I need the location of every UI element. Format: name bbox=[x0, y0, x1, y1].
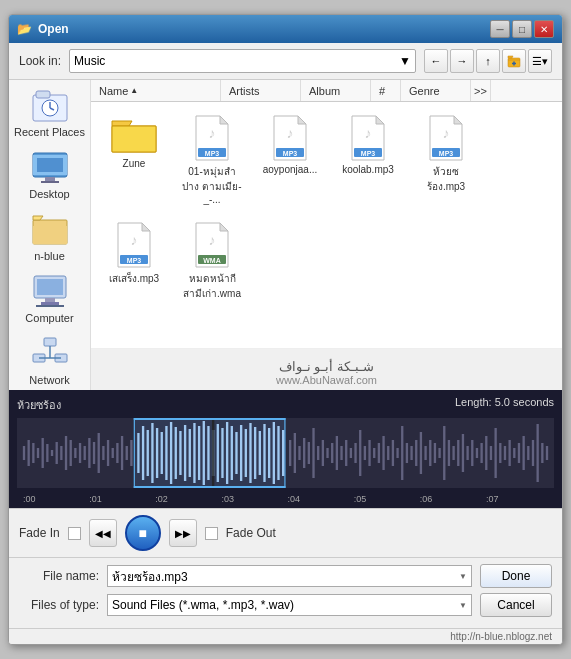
col-album[interactable]: Album bbox=[301, 80, 371, 101]
svg-rect-77 bbox=[151, 423, 153, 483]
col-genre[interactable]: Genre bbox=[401, 80, 471, 101]
svg-rect-119 bbox=[345, 440, 347, 466]
svg-rect-70 bbox=[130, 440, 132, 466]
svg-rect-83 bbox=[179, 431, 181, 475]
fade-out-label: Fade Out bbox=[226, 526, 276, 540]
file-item-zune[interactable]: Zune bbox=[99, 110, 169, 209]
maximize-button[interactable]: □ bbox=[512, 20, 532, 38]
svg-rect-91 bbox=[217, 424, 219, 482]
svg-rect-27 bbox=[112, 126, 156, 152]
stop-button[interactable]: ■ bbox=[125, 515, 161, 551]
minimize-button[interactable]: ─ bbox=[490, 20, 510, 38]
svg-rect-86 bbox=[193, 423, 195, 483]
sidebar-item-desktop[interactable]: Desktop bbox=[12, 146, 88, 204]
waveform-filename: ห้วยซร้อง bbox=[17, 396, 61, 414]
svg-rect-158 bbox=[527, 446, 529, 460]
svg-rect-163 bbox=[134, 418, 286, 420]
main-area: Recent Places Desktop bbox=[9, 80, 562, 390]
filename-input[interactable]: ห้วยซร้อง.mp3 ▼ bbox=[107, 565, 472, 587]
filename-value: ห้วยซร้อง.mp3 bbox=[112, 567, 188, 586]
svg-rect-155 bbox=[513, 448, 515, 458]
titlebar: 📂 Open ─ □ ✕ bbox=[9, 15, 562, 43]
svg-rect-130 bbox=[396, 448, 398, 458]
svg-rect-59 bbox=[79, 443, 81, 463]
rewind-button[interactable]: ◀◀ bbox=[89, 519, 117, 547]
svg-rect-145 bbox=[466, 446, 468, 460]
svg-rect-57 bbox=[70, 440, 72, 466]
svg-rect-56 bbox=[65, 436, 67, 470]
toolbar-nav-icons: ← → ↑ ☰▾ bbox=[424, 49, 552, 73]
svg-rect-64 bbox=[102, 446, 104, 460]
view-menu-button[interactable]: ☰▾ bbox=[528, 49, 552, 73]
waveform-timeline: :00 :01 :02 :03 :04 :05 :06 :07 bbox=[17, 490, 554, 508]
svg-rect-11 bbox=[37, 158, 63, 172]
waveform-container[interactable] bbox=[17, 418, 554, 488]
svg-text:♪: ♪ bbox=[443, 125, 450, 141]
dialog-title-icon: 📂 bbox=[17, 22, 32, 36]
svg-rect-138 bbox=[434, 443, 436, 463]
done-button[interactable]: Done bbox=[480, 564, 552, 588]
nav-forward-button[interactable]: → bbox=[450, 49, 474, 73]
svg-rect-5 bbox=[36, 91, 50, 98]
create-folder-button[interactable] bbox=[502, 49, 526, 73]
fade-out-checkbox[interactable] bbox=[205, 527, 218, 540]
forward-button[interactable]: ▶▶ bbox=[169, 519, 197, 547]
svg-text:MP3: MP3 bbox=[205, 150, 220, 157]
svg-rect-133 bbox=[410, 446, 412, 460]
svg-rect-69 bbox=[126, 446, 128, 460]
sidebar-item-computer[interactable]: Computer bbox=[12, 270, 88, 328]
svg-rect-123 bbox=[364, 446, 366, 460]
col-more[interactable]: >> bbox=[471, 80, 491, 101]
svg-rect-118 bbox=[340, 446, 342, 460]
mp3-icon-1: ♪ MP3 bbox=[192, 114, 232, 162]
svg-rect-47 bbox=[23, 446, 25, 460]
svg-text:♪: ♪ bbox=[209, 232, 216, 248]
svg-rect-116 bbox=[331, 443, 333, 463]
look-in-select[interactable]: Music ▼ bbox=[69, 49, 416, 73]
svg-rect-149 bbox=[485, 436, 487, 470]
svg-rect-103 bbox=[273, 422, 275, 484]
svg-text:♪: ♪ bbox=[209, 125, 216, 141]
sidebar-item-recent-places[interactable]: Recent Places bbox=[12, 84, 88, 142]
col-artists[interactable]: Artists bbox=[221, 80, 301, 101]
svg-rect-17 bbox=[37, 279, 63, 295]
file-item-huay[interactable]: ♪ MP3 ห้วยซร้อง.mp3 bbox=[411, 110, 481, 209]
svg-rect-132 bbox=[406, 443, 408, 463]
sidebar-item-network[interactable]: Network bbox=[12, 332, 88, 390]
sidebar-item-n-blue[interactable]: n-blue bbox=[12, 208, 88, 266]
cancel-button[interactable]: Cancel bbox=[480, 593, 552, 617]
svg-rect-154 bbox=[508, 440, 510, 466]
svg-rect-60 bbox=[84, 446, 86, 460]
col-hash[interactable]: # bbox=[371, 80, 401, 101]
file-item-aoy[interactable]: ♪ MP3 aoyponjaа... bbox=[255, 110, 325, 209]
svg-rect-115 bbox=[326, 448, 328, 458]
svg-rect-160 bbox=[536, 424, 538, 482]
svg-rect-147 bbox=[476, 448, 478, 458]
nav-up-button[interactable]: ↑ bbox=[476, 49, 500, 73]
filetype-input[interactable]: Sound Files (*.wma, *.mp3, *.wav) ▼ bbox=[107, 594, 472, 616]
timeline-2: :02 bbox=[153, 494, 219, 504]
filetype-arrow: ▼ bbox=[459, 601, 467, 610]
close-button[interactable]: ✕ bbox=[534, 20, 554, 38]
mp3-icon-5: ♪ MP3 bbox=[114, 221, 154, 269]
file-item-wma[interactable]: ♪ WMA หมดหน้ากีสามีเก่า.wma bbox=[177, 217, 247, 305]
svg-rect-54 bbox=[56, 442, 58, 464]
svg-rect-19 bbox=[41, 302, 59, 305]
recent-places-icon bbox=[30, 88, 70, 124]
svg-rect-99 bbox=[254, 427, 256, 479]
svg-rect-98 bbox=[249, 423, 251, 483]
sidebar-label-recent-places: Recent Places bbox=[14, 126, 85, 138]
file-item-01[interactable]: ♪ MP3 01-หมุ่มสำปาง ตามเมีย-_-... bbox=[177, 110, 247, 209]
fade-in-checkbox[interactable] bbox=[68, 527, 81, 540]
svg-rect-112 bbox=[312, 428, 314, 478]
file-item-seserng[interactable]: ♪ MP3 เสเสร็ง.mp3 bbox=[99, 217, 169, 305]
col-name[interactable]: Name ▲ bbox=[91, 80, 221, 101]
svg-rect-126 bbox=[378, 443, 380, 463]
svg-rect-142 bbox=[452, 446, 454, 460]
svg-rect-95 bbox=[235, 432, 237, 474]
file-label-huay: ห้วยซร้อง.mp3 bbox=[415, 164, 477, 194]
file-label-seserng: เสเสร็ง.mp3 bbox=[109, 271, 159, 286]
nav-back-button[interactable]: ← bbox=[424, 49, 448, 73]
file-item-koolab[interactable]: ♪ MP3 koolab.mp3 bbox=[333, 110, 403, 209]
watermark-arabic: شـبـكة أبـو نـواف bbox=[99, 359, 554, 374]
